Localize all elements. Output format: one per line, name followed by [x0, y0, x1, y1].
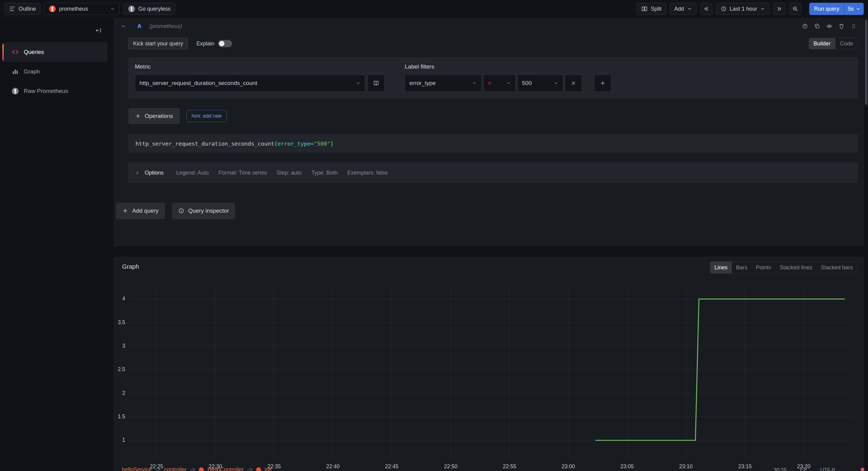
operations-button[interactable]: Operations: [128, 108, 180, 124]
info-icon: [178, 208, 184, 214]
y-tick-label: 2: [114, 390, 125, 396]
hide-response-eye-icon[interactable]: [826, 23, 832, 29]
y-axis: 43.532.521.51: [114, 257, 125, 471]
add-filter-button[interactable]: [594, 75, 611, 92]
zoom-out-icon: [792, 6, 798, 12]
graph-style-group: Lines Bars Points Stacked lines Stacked …: [710, 261, 857, 273]
y-tick-label: 3.5: [114, 319, 125, 326]
query-editor-panel: A (prometheus) Kick start your query Exp…: [114, 19, 864, 246]
code-mode-button[interactable]: Code: [835, 38, 858, 49]
builder-mode-button[interactable]: Builder: [809, 38, 835, 49]
refresh-interval-button[interactable]: 5s: [844, 3, 864, 15]
x-tick-label: 23:00: [555, 463, 582, 470]
graph-style-points[interactable]: Points: [752, 262, 775, 273]
metrics-explorer-button[interactable]: [368, 75, 385, 92]
filter-key-select[interactable]: error_type: [405, 75, 482, 92]
x-tick-label: 22:55: [496, 463, 523, 470]
sidebar-item-raw-prometheus[interactable]: Raw Prometheus: [2, 81, 107, 101]
status-item: UTF-8: [820, 467, 835, 471]
graph-style-lines[interactable]: Lines: [710, 262, 732, 273]
add-label: Add: [674, 6, 684, 12]
split-button[interactable]: Split: [637, 3, 666, 15]
run-query-split-button: Run query 5s: [809, 3, 864, 15]
datasource-picker[interactable]: prometheus: [44, 3, 120, 15]
query-row-header: A (prometheus): [114, 19, 863, 33]
legend-crumb[interactable]: HelloController: [208, 466, 244, 471]
filter-value-select[interactable]: 500: [518, 75, 563, 92]
datasource-value: prometheus: [59, 6, 88, 12]
chevron-down-icon: [506, 81, 511, 86]
remove-filter-button[interactable]: [565, 75, 582, 92]
go-queryless-label: Go queryless: [138, 6, 170, 12]
status-item: 30:25: [774, 467, 787, 471]
time-shift-forward-button[interactable]: [773, 3, 785, 15]
options-step: Step: auto: [277, 170, 302, 176]
graph-style-stacked-bars[interactable]: Stacked bars: [816, 262, 857, 273]
split-icon: [641, 5, 648, 12]
sidebar-item-graph[interactable]: Graph: [2, 62, 107, 81]
kick-start-button[interactable]: Kick start your query: [128, 38, 188, 49]
metric-select[interactable]: http_server_request_duration_seconds_cou…: [135, 75, 365, 92]
top-toolbar: Outline prometheus Go queryless Split Ad…: [0, 0, 868, 18]
metric-field-label: Metric: [135, 63, 385, 70]
kick-start-label: Kick start your query: [133, 40, 183, 47]
chevron-right-icon[interactable]: [135, 170, 140, 175]
options-row: Options Legend: Auto Format: Time series…: [128, 163, 858, 183]
y-tick-label: 4: [114, 296, 125, 302]
drag-handle-icon[interactable]: [850, 23, 857, 29]
preview-value: "500": [314, 141, 330, 147]
chevron-down-icon: [856, 7, 860, 11]
add-query-button[interactable]: Add query: [116, 203, 165, 219]
vertical-scrollbar-thumb[interactable]: [865, 20, 867, 105]
query-row-actions: [802, 23, 857, 29]
duplicate-query-icon[interactable]: [814, 23, 820, 29]
query-actions-row: Add query Query inspector: [116, 203, 858, 219]
query-ref-id[interactable]: A: [137, 23, 142, 30]
x-tick-label: 22:45: [378, 463, 405, 470]
x-tick-label: 23:05: [613, 463, 641, 470]
graph-style-stacked-lines[interactable]: Stacked lines: [775, 262, 816, 273]
options-title[interactable]: Options: [145, 170, 163, 176]
filter-operator-select[interactable]: =: [483, 75, 516, 92]
query-inspector-button[interactable]: Query inspector: [172, 203, 235, 219]
help-icon[interactable]: [802, 23, 808, 29]
explain-toggle[interactable]: [218, 40, 232, 47]
x-tick-label: 22:40: [319, 463, 347, 470]
time-range-label: Last 1 hour: [730, 6, 757, 12]
chevron-down-icon: [356, 81, 361, 86]
query-toolbar: Kick start your query Explain Builder Co…: [128, 38, 858, 49]
run-query-button[interactable]: Run query: [809, 3, 844, 15]
collapse-pane-icon[interactable]: [95, 27, 102, 34]
queryless-logo-icon: [128, 5, 135, 12]
chevron-down-icon: [760, 6, 765, 11]
metric-filters-box: Metric http_server_request_duration_seco…: [128, 57, 858, 98]
metric-select-value: http_server_request_duration_seconds_cou…: [140, 80, 257, 87]
go-queryless-button[interactable]: Go queryless: [123, 3, 175, 15]
plus-icon: [122, 208, 128, 214]
options-format: Format: Time series: [218, 170, 267, 176]
outline-button[interactable]: Outline: [4, 3, 40, 15]
query-datasource-note: (prometheus): [150, 23, 182, 30]
plus-icon: [135, 113, 141, 119]
sidebar-collapse-row: [0, 18, 110, 34]
outline-label: Outline: [19, 6, 36, 12]
legend-crumb[interactable]: helloService: [122, 466, 152, 471]
remove-query-trash-icon[interactable]: [838, 23, 844, 29]
metric-field: Metric http_server_request_duration_seco…: [135, 63, 385, 92]
sidebar-item-queries[interactable]: Queries: [2, 42, 107, 62]
hint-add-rate-button[interactable]: hint: add rate: [186, 110, 227, 122]
chevron-down-icon: [110, 6, 115, 11]
graph-plot[interactable]: [128, 284, 853, 459]
code-icon: [11, 49, 19, 56]
add-button[interactable]: Add: [670, 3, 696, 15]
fields-row: Metric http_server_request_duration_seco…: [135, 63, 851, 92]
legend-crumb[interactable]: init: [265, 466, 272, 471]
y-tick-label: 2.5: [114, 366, 125, 373]
chevron-down-icon: [554, 81, 559, 86]
legend-crumb[interactable]: controller: [164, 466, 187, 471]
time-shift-back-button[interactable]: [700, 3, 712, 15]
graph-style-bars[interactable]: Bars: [732, 262, 752, 273]
collapse-query-chevron-icon[interactable]: [121, 24, 126, 29]
zoom-out-button[interactable]: [789, 3, 801, 15]
time-range-button[interactable]: Last 1 hour: [716, 3, 770, 15]
